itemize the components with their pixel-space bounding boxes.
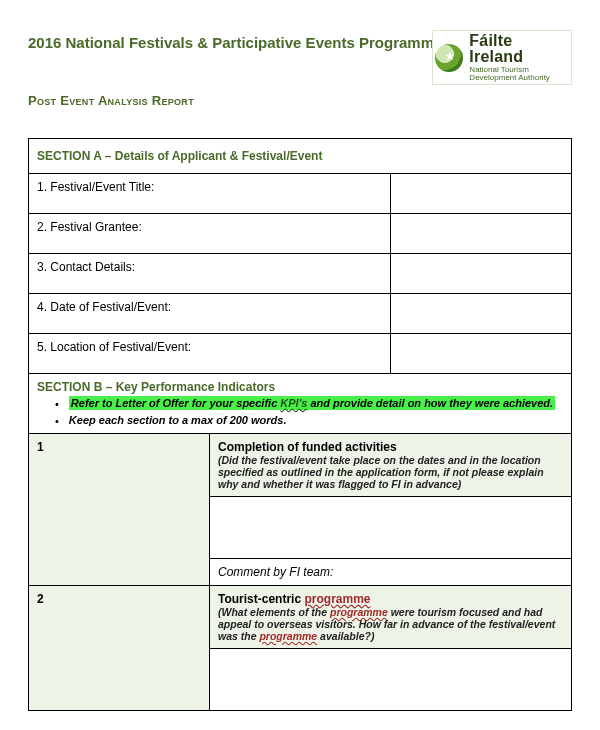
kpi-1-comment-label: Comment by FI team: (210, 559, 572, 586)
form-table: SECTION A – Details of Applicant & Festi… (28, 138, 572, 711)
kpi-1-response[interactable] (210, 497, 572, 559)
kpi-number-2: 2 (29, 586, 210, 711)
kpi-2-header: Tourist-centric programme (What elements… (210, 586, 572, 649)
field-label-grantee: 2. Festival Grantee: (29, 214, 391, 254)
field-input-title[interactable] (391, 174, 572, 214)
bullet-icon: • (55, 398, 59, 410)
kpi-1-desc: (Did the festival/event take place on th… (218, 454, 563, 490)
failte-ireland-logo: Fáilte Ireland National Tourism Developm… (432, 30, 572, 85)
kpi-2-response[interactable] (210, 649, 572, 711)
field-input-grantee[interactable] (391, 214, 572, 254)
bullet-icon: • (55, 415, 59, 427)
document-header: 2016 National Festivals & Participative … (28, 30, 572, 85)
kpi-2-title: Tourist-centric programme (218, 592, 563, 606)
field-label-contact: 3. Contact Details: (29, 254, 391, 294)
document-title: 2016 National Festivals & Participative … (28, 30, 442, 51)
field-input-location[interactable] (391, 334, 572, 374)
field-input-date[interactable] (391, 294, 572, 334)
kpi-1-title: Completion of funded activities (218, 440, 563, 454)
logo-name: Fáilte Ireland (469, 33, 567, 65)
section-b-notes: •Refer to Letter of Offer for your speci… (29, 394, 572, 434)
logo-tagline: National Tourism Development Authority (469, 66, 567, 82)
kpi-note-limit: Keep each section to a max of 200 words. (69, 414, 287, 426)
logo-text: Fáilte Ireland National Tourism Developm… (469, 33, 567, 82)
shamrock-icon (435, 44, 463, 72)
field-label-location: 5. Location of Festival/Event: (29, 334, 391, 374)
kpi-2-desc: (What elements of the programme were tou… (218, 606, 563, 642)
kpi-number-1: 1 (29, 434, 210, 586)
kpi-1-header: Completion of funded activities (Did the… (210, 434, 572, 497)
field-label-date: 4. Date of Festival/Event: (29, 294, 391, 334)
kpi-note-highlight: Refer to Letter of Offer for your specif… (69, 396, 555, 410)
section-b-heading: SECTION B – Key Performance Indicators (29, 374, 572, 395)
document-subtitle: Post Event Analysis Report (28, 93, 572, 108)
field-input-contact[interactable] (391, 254, 572, 294)
section-a-heading: SECTION A – Details of Applicant & Festi… (29, 139, 572, 174)
field-label-title: 1. Festival/Event Title: (29, 174, 391, 214)
